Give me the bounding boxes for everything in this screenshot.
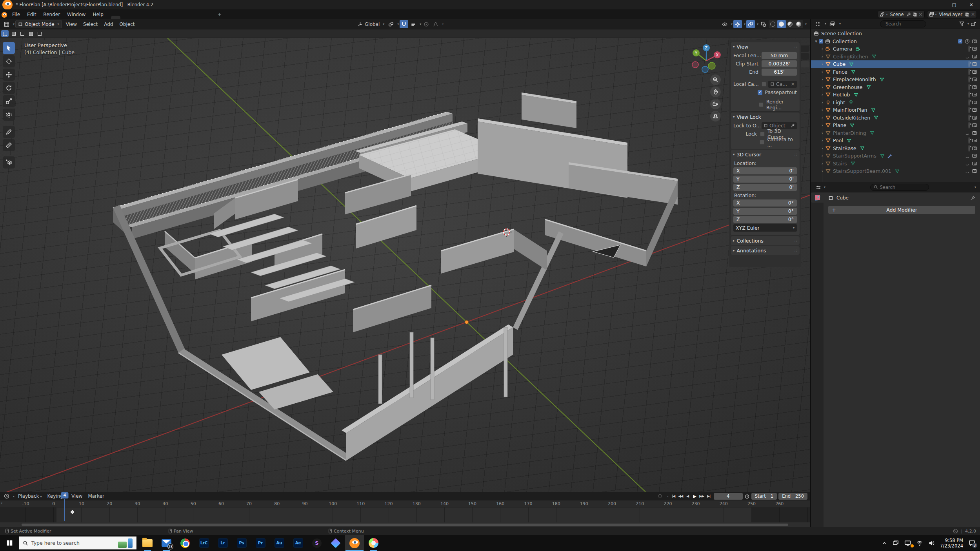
viewlayer-selector[interactable]: ▾ ViewLayer ✕ <box>927 11 977 18</box>
cursor-location-field[interactable]: Z0' <box>733 184 797 191</box>
outliner-object-row[interactable]: › Greenhouse <box>811 83 980 91</box>
camera-restrict-icon[interactable] <box>972 139 977 142</box>
focal-length-field[interactable]: 50 mm <box>762 52 797 59</box>
taskbar-app-icon[interactable] <box>138 535 157 551</box>
outliner-object-row[interactable]: › MainFloorPlan <box>811 106 980 114</box>
outliner-object-row[interactable]: › StairBase <box>811 145 980 152</box>
jump-to-end-button[interactable]: ▶| <box>705 493 712 499</box>
camera-restrict-icon[interactable] <box>972 101 977 104</box>
snap-toggle[interactable] <box>400 20 408 28</box>
ortho-toggle-icon[interactable] <box>710 111 721 121</box>
clip-start-field[interactable]: 0.00328' <box>762 60 797 67</box>
start-button[interactable] <box>0 535 19 551</box>
taskbar-app-icon[interactable] <box>326 535 345 551</box>
jump-to-start-button[interactable]: |◀ <box>670 493 677 499</box>
workspace-tab[interactable] <box>139 16 149 19</box>
toolbar-tool[interactable] <box>3 109 15 121</box>
toolbar-tool[interactable] <box>3 156 15 169</box>
orientation-dropdown[interactable]: Global ▾ <box>356 20 386 28</box>
n-panel-tab[interactable] <box>801 53 809 60</box>
camera-restrict-icon[interactable] <box>972 47 977 51</box>
camera-restrict-icon[interactable] <box>972 78 977 81</box>
object-visibility-dropdown[interactable] <box>720 20 729 28</box>
playhead-frame-label[interactable]: 4 <box>61 492 69 498</box>
camera-restrict-icon[interactable] <box>972 116 977 120</box>
editor-type-button[interactable] <box>2 20 11 28</box>
taskbar-app-icon[interactable] <box>176 535 195 551</box>
taskbar-search[interactable]: Type here to search <box>19 536 136 549</box>
viewport-menu-item[interactable]: Add <box>101 22 116 27</box>
mode-dropdown[interactable]: Object Mode ▾ <box>15 20 62 28</box>
volume-icon[interactable] <box>928 540 935 546</box>
select-mode-extend[interactable] <box>10 30 17 37</box>
add-modifier-button[interactable]: + Add Modifier <box>828 206 975 214</box>
outliner-object-row[interactable]: › StairsSupportBeam.001 <box>811 167 980 175</box>
outliner-filter-dropdown[interactable] <box>828 20 836 28</box>
copy-icon[interactable] <box>965 12 969 17</box>
cursor-location-field[interactable]: X0' <box>733 167 797 174</box>
toolbar-tool[interactable] <box>3 55 15 67</box>
eye-icon[interactable] <box>969 107 969 113</box>
collection-exclude-checkbox[interactable] <box>958 39 962 44</box>
properties-options-dropdown[interactable]: ▾ <box>975 185 976 189</box>
outliner-object-row[interactable]: › Plane <box>811 121 980 129</box>
camera-restrict-icon[interactable] <box>972 123 977 127</box>
menu-item[interactable]: File <box>9 10 24 19</box>
camera-restrict-icon[interactable] <box>972 55 977 58</box>
play-button[interactable]: ▶ <box>691 493 698 499</box>
maximize-button[interactable]: ▢ <box>945 0 963 9</box>
taskbar-app-icon[interactable]: Au <box>270 535 289 551</box>
camera-restrict-icon[interactable] <box>972 147 977 150</box>
pin-icon[interactable] <box>906 12 911 17</box>
collection-row[interactable]: ▾ Collection <box>811 38 980 45</box>
collapsed-panel[interactable]: ▸Annotations∷ <box>731 246 800 255</box>
camera-restrict-icon[interactable] <box>972 162 977 165</box>
outliner-search[interactable] <box>880 20 926 27</box>
toolbar-tool[interactable] <box>3 126 15 138</box>
outliner-display-mode-dropdown[interactable] <box>813 20 822 28</box>
xray-toggle[interactable] <box>759 20 768 28</box>
shading-material-button[interactable] <box>786 20 795 28</box>
taskbar-app-icon[interactable]: 28 <box>157 535 176 551</box>
toolbar-tool[interactable] <box>3 42 15 54</box>
cursor-rotation-field[interactable]: X0° <box>733 199 797 207</box>
navigation-gizmo[interactable]: Z Y X <box>689 41 723 75</box>
cursor-rotation-field[interactable]: Z0° <box>733 216 797 223</box>
zoom-icon[interactable] <box>710 74 721 85</box>
close-button[interactable]: ✕ <box>963 0 980 9</box>
eye-icon[interactable] <box>965 131 969 135</box>
scene-selector[interactable]: ▾ Scene ✕ <box>878 11 924 18</box>
menu-item[interactable]: Help <box>89 10 107 19</box>
taskbar-app-icon[interactable] <box>364 535 383 551</box>
copy-icon[interactable] <box>913 12 917 17</box>
workspace-tab[interactable] <box>158 16 167 19</box>
prev-keyframe-button[interactable]: ◀◀ <box>677 493 684 499</box>
pan-icon[interactable] <box>710 87 721 97</box>
outliner-object-row[interactable]: › CeilingKitchen <box>811 53 980 61</box>
timeline-menu-item[interactable]: Marker <box>85 493 107 499</box>
eye-icon[interactable] <box>969 145 969 151</box>
virtual-desktop-icon[interactable] <box>893 540 899 546</box>
outliner-object-row[interactable]: › StairSupportArms <box>811 152 980 160</box>
toolbar-tool[interactable] <box>3 95 15 107</box>
eye-icon[interactable] <box>969 76 969 82</box>
minimize-button[interactable]: — <box>928 0 945 9</box>
properties-editor-type-button[interactable] <box>814 183 823 191</box>
wifi-icon[interactable] <box>916 540 923 546</box>
viewport-3d[interactable]: User Perspective (4) Collection | Cube <box>0 38 810 492</box>
eye-icon[interactable] <box>965 154 969 158</box>
eye-icon[interactable] <box>965 39 969 44</box>
collapsed-panel[interactable]: ▸Collections∷ <box>731 236 800 245</box>
collection-checkbox[interactable] <box>819 39 823 44</box>
n-panel-tab[interactable] <box>801 61 809 67</box>
toolbar-tool[interactable] <box>3 82 15 94</box>
camera-to-view-checkbox[interactable] <box>760 140 764 145</box>
passepartout-checkbox[interactable] <box>758 90 762 95</box>
eye-icon[interactable] <box>969 122 969 128</box>
outliner-search-input[interactable] <box>885 21 925 27</box>
camera-restrict-icon[interactable] <box>972 154 977 158</box>
menu-item[interactable]: Render <box>40 10 64 19</box>
outliner-object-row[interactable]: › OutsideKitchen <box>811 114 980 122</box>
taskbar-app-icon[interactable]: S <box>307 535 326 551</box>
taskbar-app-icon[interactable]: LrC <box>195 535 213 551</box>
